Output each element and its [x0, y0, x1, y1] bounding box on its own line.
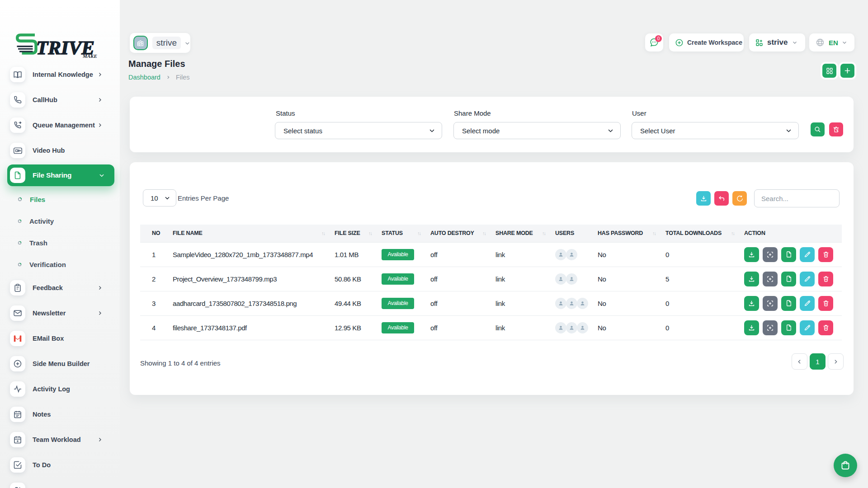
svg-text:MAKE: MAKE [82, 53, 97, 59]
